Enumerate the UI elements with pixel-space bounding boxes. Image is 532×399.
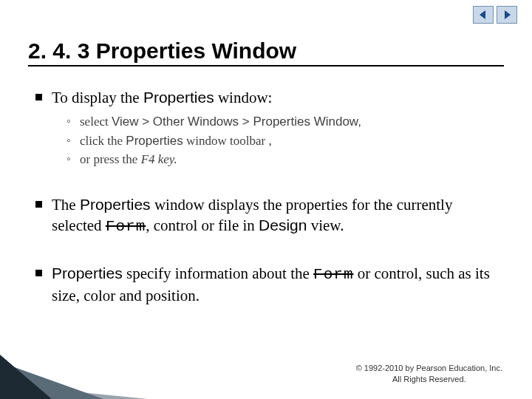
text: The	[52, 196, 80, 214]
text-mono: Form	[106, 218, 146, 235]
text: , control or file in	[146, 216, 259, 234]
footer-line: All Rights Reserved.	[356, 374, 502, 384]
text-sans: Properties	[126, 134, 183, 148]
list-item: The Properties window displays the prope…	[34, 194, 504, 238]
text: window:	[214, 89, 273, 106]
text: or press the	[80, 152, 141, 166]
sub-list: select View > Other Windows > Properties…	[52, 112, 504, 169]
slide-content: 2. 4. 3 Properties Window To display the…	[0, 0, 532, 306]
text: select	[80, 115, 112, 129]
svg-marker-1	[505, 10, 511, 19]
sub-item: or press the F4 key.	[66, 150, 504, 169]
list-item: Properties specify information about the…	[34, 263, 504, 307]
footer-line: © 1992-2010 by Pearson Education, Inc.	[356, 363, 502, 373]
text: view.	[307, 216, 344, 234]
text: click the	[80, 134, 126, 148]
nav-buttons	[473, 6, 517, 24]
text: To display the	[52, 89, 143, 106]
text: window toolbar ,	[183, 134, 272, 148]
prev-button[interactable]	[473, 6, 494, 24]
sub-item: click the Properties window toolbar ,	[66, 132, 504, 151]
svg-marker-2	[0, 384, 148, 399]
text-sans: Properties	[52, 265, 123, 282]
svg-marker-0	[480, 10, 485, 19]
svg-marker-3	[0, 362, 103, 399]
text-mono: Form	[313, 266, 353, 283]
arrow-right-icon	[502, 10, 512, 20]
text: window	[151, 196, 205, 214]
decorative-wedge	[0, 355, 148, 399]
text: specify information about the	[123, 265, 313, 282]
text-sans: Properties	[143, 89, 214, 106]
list-item: To display the Properties window: select…	[34, 87, 504, 169]
text-sans: Design	[259, 216, 307, 233]
text-sans: Properties	[80, 196, 151, 213]
svg-marker-4	[0, 355, 52, 399]
slide-title: 2. 4. 3 Properties Window	[28, 38, 504, 66]
sub-item: select View > Other Windows > Properties…	[66, 112, 504, 132]
next-button[interactable]	[497, 6, 517, 24]
text-sans: View > Other Windows > Properties Window…	[112, 115, 361, 129]
bullet-list: To display the Properties window: select…	[28, 87, 504, 306]
text-italic: F4 key.	[141, 152, 177, 166]
arrow-left-icon	[478, 10, 488, 20]
copyright-footer: © 1992-2010 by Pearson Education, Inc. A…	[356, 363, 502, 384]
